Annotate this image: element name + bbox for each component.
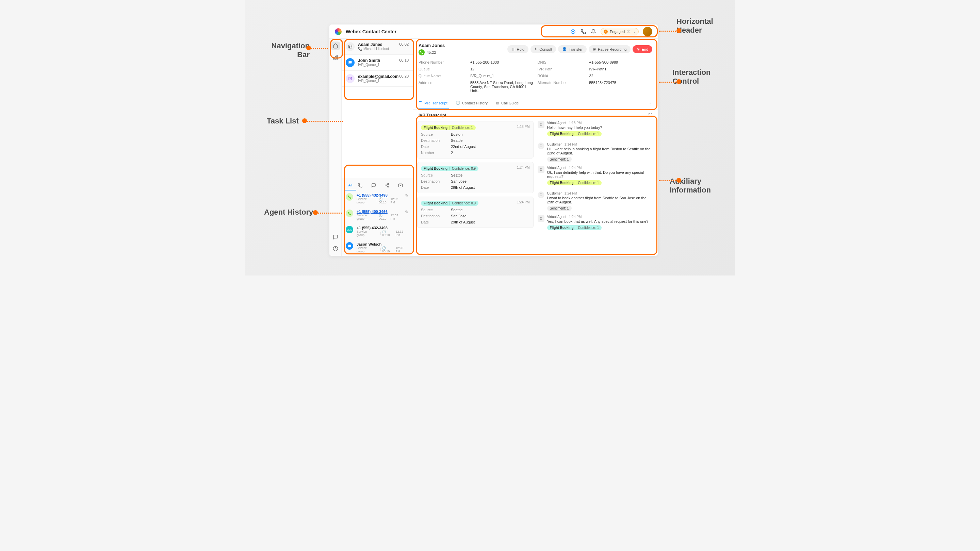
label-header: Horizontal Header (676, 17, 735, 35)
msg-time: 1:24 PM (569, 166, 582, 170)
svg-rect-4 (337, 56, 337, 60)
nav-chat[interactable] (331, 233, 340, 241)
history-meta: Service group…|🕐 00:1012:32 PM (356, 197, 401, 204)
field-value: 32 (589, 74, 653, 78)
msg-role: Virtual Agent (547, 121, 566, 125)
field-value: +1 555-200-1000 (470, 60, 533, 64)
status-label: Engaged (610, 30, 625, 34)
app-window: Webex Contact Center Engaged ⓘ ⌄ (329, 24, 658, 256)
task-timer: 00:28 (399, 74, 409, 83)
status-check-icon (604, 30, 608, 34)
task-item[interactable]: example@gmail.com IVR_Queue_1 00:28 (342, 71, 413, 87)
app-logo-icon (335, 28, 342, 35)
task-item[interactable]: John Smith IVR_Queue_1 00:18 (342, 55, 413, 71)
transcript-card: 1:13 PMFlight BookingConfidence: 1Source… (417, 121, 533, 159)
svg-rect-2 (334, 57, 334, 59)
phone-icon (346, 193, 353, 201)
card-time: 1:24 PM (517, 166, 530, 169)
hold-button[interactable]: ⏸Hold (508, 45, 529, 53)
card-time: 1:24 PM (517, 200, 530, 204)
field-label: Address (418, 81, 466, 93)
virtual-agent-icon: 🗎 (538, 166, 544, 173)
transfer-button[interactable]: 👤Transfer (558, 45, 587, 53)
nav-analytics[interactable] (331, 53, 340, 62)
tab-call-guide[interactable]: 🗎Call Guide (495, 97, 520, 109)
kv-label: Source (421, 132, 448, 137)
kv-value: 29th of August (451, 185, 530, 189)
end-button[interactable]: ⊗End (633, 45, 652, 53)
transcript-card: 1:24 PMFlight BookingConfidence: 0.9Sour… (417, 162, 533, 193)
kv-value: 2 (451, 151, 530, 155)
history-title[interactable]: +1 (555) 432-3498 (356, 193, 401, 197)
intent-tag: Flight BookingConfidence: 0.9 (421, 166, 479, 171)
intent-tag: Flight BookingConfidence: 0.9 (421, 201, 479, 206)
contact-card-icon (346, 42, 355, 51)
history-tab-email[interactable] (398, 181, 410, 191)
webex-icon[interactable] (570, 29, 576, 35)
history-item[interactable]: Jason WelschService group…|🕐 00:1012:32 … (342, 240, 413, 256)
label-interaction: Interaction Control (672, 68, 735, 86)
bell-icon[interactable] (590, 29, 597, 35)
field-value: 12 (470, 67, 533, 71)
label-nav: Navigation Bar (266, 41, 310, 59)
transcript-message: 🗎Virtual Agent1:13 PMHello, how may I he… (538, 121, 654, 138)
intent-tag: Flight BookingConfidence: 1 (547, 180, 602, 185)
task-name: example@gmail.com (358, 74, 396, 79)
card-time: 1:13 PM (517, 125, 530, 129)
interaction-control: Adam Jones 45:22 ⏸Hold ↻Consult 👤Transfe… (413, 39, 658, 97)
svg-point-10 (388, 186, 389, 187)
tab-contact-history[interactable]: 🕐Contact History (454, 97, 489, 109)
msg-text: I want to book another flight from Seatt… (547, 196, 654, 204)
history-tab-social[interactable] (385, 181, 396, 191)
field-label: IVR Path (538, 67, 585, 71)
svg-point-8 (388, 183, 389, 185)
history-meta: Service group…|🕐 00:1012:32 PM (356, 214, 401, 221)
msg-role: Virtual Agent (547, 215, 566, 219)
info-icon: ⓘ (627, 29, 630, 34)
chevron-down-icon: ⌄ (633, 30, 636, 33)
msg-time: 1:24 PM (569, 215, 582, 219)
close-icon: ⊗ (637, 47, 640, 51)
tab-ivr-transcript[interactable]: ☰IVR Transcript (417, 97, 449, 109)
task-sub: IVR_Queue_1 (358, 63, 396, 67)
interaction-timer: 45:22 (427, 50, 436, 54)
intent-tag: Flight BookingConfidence: 1 (421, 125, 476, 130)
msg-text: Yes, I can book that as well. Any specia… (547, 219, 654, 224)
more-menu-icon[interactable]: ⋮ (646, 97, 654, 109)
phone-icon[interactable] (580, 29, 586, 35)
kv-value: 22nd of August (451, 144, 530, 149)
history-item[interactable]: +1 (555) 432-3498Service group…|🕐 00:101… (342, 191, 413, 207)
edit-icon[interactable]: ✎ (405, 210, 409, 214)
field-value: IVR-Path1 (589, 67, 653, 71)
task-item[interactable]: Adam Jones 📞Michael Littlefoot 00:02 (342, 39, 413, 55)
nav-help[interactable] (331, 244, 340, 253)
kv-label: Destination (421, 179, 448, 183)
pause-recording-button[interactable]: ◉Pause Recording (589, 45, 630, 53)
history-tab-phone[interactable] (358, 181, 369, 191)
user-avatar[interactable] (643, 27, 652, 37)
refresh-icon: ↻ (535, 47, 538, 51)
kv-label: Date (421, 220, 448, 224)
field-label: Queue Name (418, 74, 466, 78)
kv-label: Date (421, 144, 448, 149)
msg-text: Hi, I want help in booking a flight from… (547, 147, 654, 155)
history-tab-chat[interactable] (371, 181, 383, 191)
history-tab-all[interactable]: All (344, 181, 356, 191)
history-item[interactable]: SMS+1 (555) 432-3498Service group…|🕐 00:… (342, 223, 413, 240)
msg-role: Customer (547, 143, 562, 146)
navigation-bar (329, 39, 342, 256)
status-selector[interactable]: Engaged ⓘ ⌄ (601, 28, 639, 35)
intent-tag: Flight BookingConfidence: 1 (547, 131, 602, 137)
chat-icon (346, 58, 355, 67)
expand-icon[interactable]: ⛶ (648, 113, 652, 118)
kv-label: Number (421, 151, 448, 155)
transcript-message: 🗎Virtual Agent1:24 PMOk, I can definitel… (538, 166, 654, 187)
nav-home[interactable] (331, 41, 340, 50)
history-item[interactable]: +1 (555) 400-3466Service group…|🕐 00:101… (342, 207, 413, 223)
kv-value: Seattle (451, 173, 530, 177)
edit-icon[interactable]: ✎ (405, 193, 409, 198)
consult-button[interactable]: ↻Consult (530, 45, 556, 53)
clock-icon: 🕐 (456, 101, 460, 105)
main-content: Adam Jones 45:22 ⏸Hold ↻Consult 👤Transfe… (413, 39, 658, 256)
history-title[interactable]: +1 (555) 400-3466 (356, 210, 401, 214)
